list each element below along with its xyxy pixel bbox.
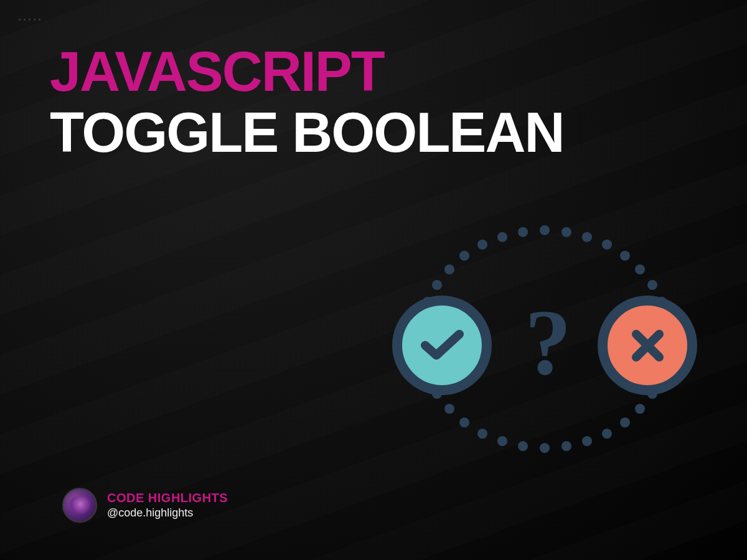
ring-dot bbox=[459, 418, 469, 427]
ring-dot bbox=[582, 232, 592, 242]
brand-name: CODE HIGHLIGHTS bbox=[107, 491, 228, 505]
toggle-illustration: ? bbox=[383, 215, 707, 464]
ring-dot bbox=[444, 264, 454, 274]
ring-dot bbox=[635, 264, 645, 274]
page-title: JAVASCRIPT TOGGLE BOOLEAN bbox=[50, 44, 563, 161]
ring-dot bbox=[540, 443, 550, 453]
ring-dot bbox=[635, 404, 645, 414]
ring-dot bbox=[647, 280, 657, 290]
ring-dot bbox=[620, 418, 630, 427]
ring-dot bbox=[432, 280, 442, 290]
cross-circle bbox=[598, 296, 697, 395]
ring-dot bbox=[518, 227, 528, 237]
title-line-1: JAVASCRIPT bbox=[50, 44, 563, 100]
cross-icon bbox=[627, 325, 668, 366]
ring-dot bbox=[518, 441, 528, 451]
check-icon bbox=[419, 327, 466, 364]
ring-dot bbox=[540, 225, 550, 235]
author-block: CODE HIGHLIGHTS @code.highlights bbox=[62, 488, 228, 523]
ring-dot bbox=[602, 429, 612, 439]
title-line-2: TOGGLE BOOLEAN bbox=[50, 105, 563, 161]
ring-dot bbox=[620, 251, 630, 261]
ring-dot bbox=[561, 227, 571, 237]
ring-dot bbox=[497, 436, 507, 446]
question-mark-icon: ? bbox=[525, 296, 571, 389]
ring-dot bbox=[561, 441, 571, 451]
avatar bbox=[62, 488, 97, 523]
ring-dot bbox=[444, 404, 454, 414]
decorative-dot-grid bbox=[19, 19, 41, 21]
ring-dot bbox=[497, 232, 507, 242]
check-circle bbox=[392, 296, 492, 395]
ring-dot bbox=[582, 436, 592, 446]
author-handle: @code.highlights bbox=[107, 506, 228, 520]
ring-dot bbox=[477, 240, 487, 250]
ring-dot bbox=[477, 429, 487, 439]
ring-dot bbox=[602, 240, 612, 250]
ring-dot bbox=[459, 251, 469, 261]
